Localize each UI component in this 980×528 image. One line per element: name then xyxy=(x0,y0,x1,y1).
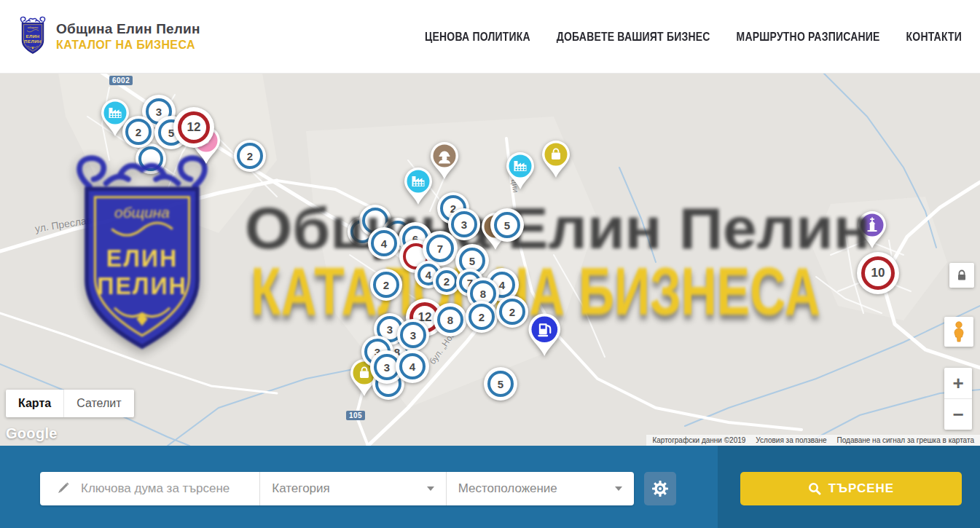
keyword-input[interactable] xyxy=(79,481,259,497)
category-select[interactable]: Категория xyxy=(259,472,445,505)
factory-pin[interactable] xyxy=(504,150,536,194)
chevron-down-icon xyxy=(615,486,622,491)
cluster-marker[interactable]: 10 xyxy=(857,252,899,294)
bag-pin[interactable] xyxy=(540,138,572,182)
cluster-marker[interactable]: 2 xyxy=(496,296,528,328)
nav-add-business[interactable]: ДОБАВЕТЕ ВАШИЯТ БИЗНЕС xyxy=(557,30,710,43)
search-button[interactable]: ТЪРСЕНЕ xyxy=(740,472,962,505)
search-button-label: ТЪРСЕНЕ xyxy=(828,481,894,496)
attribution-report-link[interactable]: Подаване на сигнал за грешка в картата xyxy=(837,436,974,444)
nav-pricing[interactable]: ЦЕНОВА ПОЛИТИКА xyxy=(425,30,530,43)
zoom-in-button[interactable]: + xyxy=(944,368,972,399)
gas-pin[interactable] xyxy=(526,311,563,360)
cluster-marker[interactable]: 2 xyxy=(234,140,266,172)
pencil-icon xyxy=(55,481,71,497)
map-canvas[interactable]: ул. Преславбул. „Новоселции6002105 Общин… xyxy=(0,73,980,446)
main-nav: ЦЕНОВА ПОЛИТИКА ДОБАВЕТЕ ВАШИЯТ БИЗНЕС М… xyxy=(425,0,962,73)
municipality-emblem-icon xyxy=(17,16,49,56)
map-type-map-button[interactable]: Карта xyxy=(6,390,63,417)
site-subtitle: КАТАЛОГ НА БИЗНЕСА xyxy=(56,39,200,52)
map-type-control: Карта Сателит xyxy=(6,390,134,417)
location-select-label: Местоположение xyxy=(458,481,557,496)
attribution-copyright: Картографски данни ©2019 xyxy=(652,436,745,444)
cluster-marker[interactable]: 12 xyxy=(173,107,214,148)
street-view-pegman-button[interactable] xyxy=(944,317,973,347)
cluster-marker[interactable]: 3 xyxy=(448,208,480,240)
map-attribution: Картографски данни ©2019 Условия за полз… xyxy=(646,435,980,446)
cluster-marker[interactable]: 4 xyxy=(368,227,400,259)
zoom-control: + − xyxy=(944,368,972,430)
worker-pin[interactable] xyxy=(428,140,460,184)
site-title: Община Елин Пелин xyxy=(56,21,200,37)
gear-icon xyxy=(652,481,668,497)
cluster-marker[interactable]: 5 xyxy=(490,208,524,242)
google-logo[interactable]: Google xyxy=(6,425,58,442)
nav-route-schedule[interactable]: МАРШРУТНО РАЗПИСАНИЕ xyxy=(737,30,880,43)
attribution-terms-link[interactable]: Условия за ползване xyxy=(756,436,826,444)
cluster-marker[interactable]: 8 xyxy=(434,303,467,336)
category-select-label: Категория xyxy=(272,481,329,496)
cluster-marker[interactable]: 2 xyxy=(466,301,498,333)
map-type-satellite-button[interactable]: Сателит xyxy=(63,390,133,417)
search-icon xyxy=(808,482,821,495)
chevron-down-icon xyxy=(427,486,434,491)
cluster-marker[interactable]: 3 xyxy=(397,319,429,351)
search-panel: Категория Местоположение xyxy=(40,472,634,505)
pegman-icon xyxy=(951,321,967,343)
keyword-field[interactable] xyxy=(40,472,259,505)
cluster-marker[interactable]: 2 xyxy=(370,269,402,301)
advanced-settings-button[interactable] xyxy=(644,472,676,505)
page-header: Община Елин Пелин КАТАЛОГ НА БИЗНЕСА ЦЕН… xyxy=(0,0,980,74)
location-select[interactable]: Местоположение xyxy=(446,472,634,505)
cluster-marker[interactable]: 2 xyxy=(122,116,154,148)
site-logo[interactable]: Община Елин Пелин КАТАЛОГ НА БИЗНЕСА xyxy=(17,16,200,56)
nav-contacts[interactable]: КОНТАКТИ xyxy=(906,30,962,43)
padlock-icon xyxy=(955,269,968,282)
fullscreen-lock-button[interactable] xyxy=(949,263,974,288)
zoom-out-button[interactable]: − xyxy=(944,399,972,430)
search-bar: Категория Местоположение xyxy=(0,446,980,528)
cluster-marker[interactable]: 5 xyxy=(484,367,517,401)
cluster-marker[interactable]: 4 xyxy=(396,350,429,383)
